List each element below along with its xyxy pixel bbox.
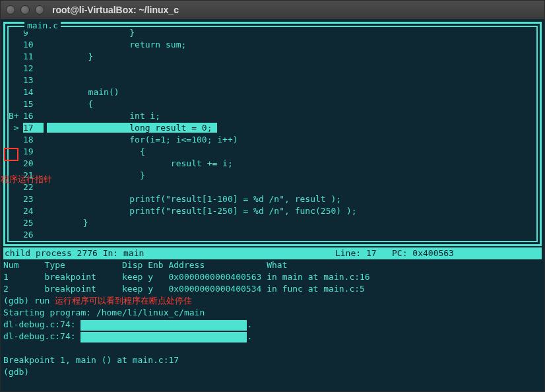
gutter-mark: [9, 86, 22, 98]
line-number: 23: [22, 193, 44, 205]
line-number: 13: [22, 75, 44, 86]
code-text: [44, 181, 536, 193]
dl-debug-line: dl-debug.c:74: .: [3, 331, 542, 343]
line-number: 10: [22, 39, 44, 51]
gutter-mark: [9, 134, 22, 146]
gdb-prompt[interactable]: (gdb): [3, 366, 542, 378]
redaction-bar: [80, 320, 247, 331]
gutter-mark: [9, 51, 22, 63]
code-text: {: [44, 146, 536, 158]
source-code: 9 }10 return sum;11 }121314 main()15 {B+…: [9, 27, 536, 241]
line-number: 12: [22, 63, 44, 75]
source-file-label: main.c: [24, 20, 61, 32]
code-line: 9 }: [9, 27, 536, 39]
gdb-status-bar: child process 2776 In: main Line: 17 PC:…: [3, 247, 542, 259]
code-line: 12: [9, 63, 536, 75]
code-text: }: [44, 51, 536, 63]
gutter-mark: [9, 229, 22, 241]
code-text: return sum;: [44, 39, 536, 51]
line-number: 16: [22, 110, 44, 122]
code-text: printf("result[1-250] = %d /n", func(250…: [44, 205, 536, 217]
code-text: }: [44, 27, 536, 39]
source-pane-outer: main.c 9 }10 return sum;11 }121314 main(…: [3, 22, 542, 246]
line-number: 25: [22, 217, 44, 229]
line-number: 17: [22, 122, 44, 134]
code-line: 25 }: [9, 217, 536, 229]
code-line: 22: [9, 181, 536, 193]
gutter-mark: [9, 98, 22, 110]
code-line: 23 printf("result[1-100] = %d /n", resul…: [9, 193, 536, 205]
gutter-mark: [9, 39, 22, 51]
source-pane: main.c 9 }10 return sum;11 }121314 main(…: [7, 26, 538, 242]
line-number: 26: [22, 229, 44, 241]
gutter-mark: [9, 75, 22, 86]
gutter-mark: [9, 27, 22, 39]
code-line: 19 {: [9, 146, 536, 158]
titlebar[interactable]: root@li-VirtualBox: ~/linux_c: [1, 1, 544, 19]
gutter-mark: [9, 63, 22, 75]
gutter-mark: [9, 205, 22, 217]
code-text: result += i;: [44, 158, 536, 170]
code-line: >17 long result = 0;: [9, 122, 536, 134]
code-text: [44, 229, 536, 241]
line-number: 20: [22, 158, 44, 170]
code-line: 26: [9, 229, 536, 241]
gutter-mark: >: [9, 122, 22, 134]
gdb-starting-program: Starting program: /home/li/linux_c/main: [3, 307, 542, 319]
line-number: 24: [22, 205, 44, 217]
breakpoint-row: 1 breakpoint keep y 0x0000000000400563 i…: [3, 271, 542, 283]
breakpoint-row: 2 breakpoint keep y 0x0000000000400534 i…: [3, 283, 542, 295]
code-text: long result = 0;: [44, 122, 536, 134]
status-process: child process 2776 In: main: [5, 248, 144, 258]
run-annotation-text: 运行程序可以看到程序在断点处停住: [55, 296, 192, 306]
status-line: Line: 17: [335, 248, 377, 258]
terminal-window: root@li-VirtualBox: ~/linux_c main.c 9 }…: [0, 0, 545, 392]
code-line: 20 result += i;: [9, 158, 536, 170]
gutter-mark: [9, 193, 22, 205]
code-line: 11 }: [9, 51, 536, 63]
close-icon[interactable]: [6, 5, 15, 15]
breakpoint-hit: Breakpoint 1, main () at main.c:17: [3, 354, 542, 366]
gutter-mark: B+: [9, 110, 22, 122]
code-line: B+16 int i;: [9, 110, 536, 122]
line-number: 11: [22, 51, 44, 63]
code-line: 24 printf("result[1-250] = %d /n", func(…: [9, 205, 536, 217]
gutter-mark: [9, 217, 22, 229]
status-pc: PC: 0x400563: [392, 248, 454, 258]
code-text: }: [44, 217, 536, 229]
blank-line: [3, 343, 542, 354]
code-line: 21 }: [9, 170, 536, 181]
code-text: [44, 63, 536, 75]
code-line: 15 {: [9, 98, 536, 110]
code-text: [44, 75, 536, 86]
line-number: 15: [22, 98, 44, 110]
maximize-icon[interactable]: [35, 5, 44, 15]
gdb-run-line: (gdb) run 运行程序可以看到程序在断点处停住: [3, 295, 542, 307]
line-number: 19: [22, 146, 44, 158]
exec-pointer-annotation-box: [4, 148, 18, 161]
code-line: 14 main(): [9, 86, 536, 98]
terminal-body[interactable]: main.c 9 }10 return sum;11 }121314 main(…: [1, 19, 544, 391]
window-title: root@li-VirtualBox: ~/linux_c: [52, 5, 179, 15]
code-text: int i;: [44, 110, 536, 122]
dl-debug-line: dl-debug.c:74: .: [3, 319, 542, 331]
code-line: 18 for(i=1; i<=100; i++): [9, 134, 536, 146]
minimize-icon[interactable]: [20, 5, 30, 15]
code-line: 13: [9, 75, 536, 86]
breakpoint-header: Num Type Disp Enb Address What: [3, 259, 542, 271]
window-controls: [6, 5, 44, 15]
line-number: 18: [22, 134, 44, 146]
code-text: for(i=1; i<=100; i++): [44, 134, 536, 146]
code-text: {: [44, 98, 536, 110]
exec-pointer-annotation-text: 程序运行指针: [1, 174, 52, 185]
code-text: main(): [44, 86, 536, 98]
line-number: 14: [22, 86, 44, 98]
code-text: printf("result[1-100] = %d /n", result )…: [44, 193, 536, 205]
redaction-bar: [80, 332, 247, 343]
code-line: 10 return sum;: [9, 39, 536, 51]
code-text: }: [44, 170, 536, 181]
